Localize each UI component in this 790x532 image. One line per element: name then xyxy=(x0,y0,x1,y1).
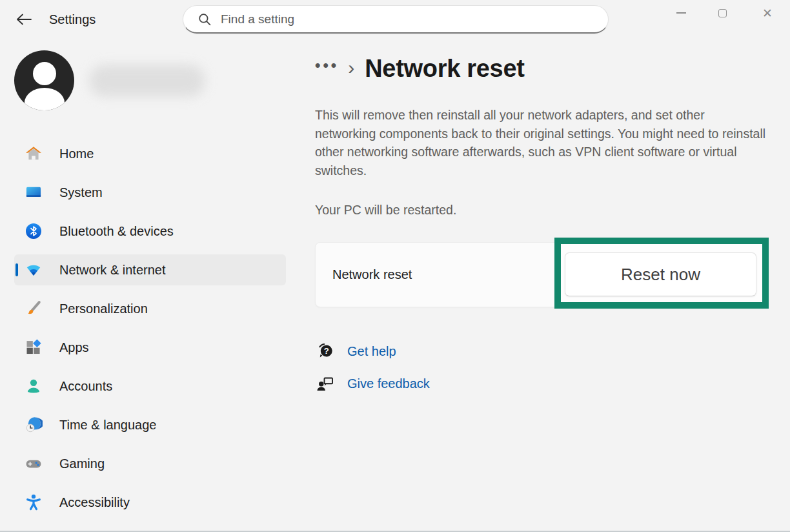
page-description: This will remove then reinstall all your… xyxy=(315,106,767,179)
give-feedback-link[interactable]: Give feedback xyxy=(315,373,430,394)
search-input[interactable] xyxy=(221,12,598,26)
sidebar-item-label: Apps xyxy=(59,340,89,355)
avatar-head-shape xyxy=(33,62,56,85)
apps-icon xyxy=(25,338,43,356)
page-title: Network reset xyxy=(365,55,524,83)
close-icon: ✕ xyxy=(762,6,773,21)
close-button[interactable]: ✕ xyxy=(756,3,778,23)
get-help-link[interactable]: ? Get help xyxy=(315,340,396,362)
sidebar-item-label: Bluetooth & devices xyxy=(59,224,174,239)
sidebar-item-bluetooth-devices[interactable]: Bluetooth & devices xyxy=(14,216,286,247)
breadcrumb: ••• › Network reset xyxy=(315,53,525,84)
sidebar-item-label: System xyxy=(59,185,103,200)
feedback-person-icon xyxy=(315,373,336,394)
sidebar-item-label: Network & internet xyxy=(59,263,166,278)
bluetooth-icon xyxy=(25,222,43,240)
help-bubble-icon: ? xyxy=(315,341,336,362)
sidebar-item-label: Accounts xyxy=(59,379,112,394)
sidebar-item-label: Personalization xyxy=(59,302,148,316)
personalization-icon xyxy=(25,300,43,318)
avatar-body-shape xyxy=(25,88,65,110)
restart-note: Your PC will be restarted. xyxy=(315,203,456,218)
accounts-icon xyxy=(25,377,43,395)
search-box[interactable] xyxy=(183,5,609,34)
minimize-button[interactable] xyxy=(670,3,692,23)
app-title: Settings xyxy=(49,12,96,27)
gaming-icon xyxy=(25,455,43,473)
sidebar-item-apps[interactable]: Apps xyxy=(14,332,286,363)
back-arrow-icon xyxy=(15,12,32,26)
settings-window: Settings ✕ Home xyxy=(0,0,790,532)
sidebar-item-time-language[interactable]: Time & language xyxy=(14,409,286,440)
sidebar-item-gaming[interactable]: Gaming xyxy=(14,448,286,479)
sidebar-item-label: Home xyxy=(59,147,94,161)
svg-text:?: ? xyxy=(324,346,329,356)
system-icon xyxy=(25,183,43,201)
user-name-redacted xyxy=(89,65,205,97)
sidebar-item-system[interactable]: System xyxy=(14,177,286,208)
wifi-icon xyxy=(25,261,43,279)
search-icon xyxy=(198,12,212,26)
sidebar-item-accessibility[interactable]: Accessibility xyxy=(14,487,286,518)
get-help-label: Get help xyxy=(347,344,396,359)
network-reset-card-label: Network reset xyxy=(332,267,412,282)
sidebar-item-accounts[interactable]: Accounts xyxy=(14,371,286,402)
time-language-icon xyxy=(25,416,43,434)
chevron-right-icon: › xyxy=(348,57,354,79)
breadcrumb-ellipsis-button[interactable]: ••• xyxy=(315,56,339,81)
reset-now-button[interactable]: Reset now xyxy=(565,252,756,296)
accessibility-icon xyxy=(25,493,43,511)
sidebar-item-home[interactable]: Home xyxy=(14,138,286,169)
give-feedback-label: Give feedback xyxy=(347,376,430,391)
sidebar-nav: Home System xyxy=(14,138,286,526)
home-icon xyxy=(25,145,43,163)
maximize-button[interactable] xyxy=(711,3,733,23)
user-avatar[interactable] xyxy=(14,50,74,110)
sidebar-item-personalization[interactable]: Personalization xyxy=(14,293,286,324)
minimize-icon xyxy=(676,12,686,14)
sidebar-item-label: Accessibility xyxy=(59,495,130,510)
back-button[interactable] xyxy=(14,10,34,29)
maximize-icon xyxy=(718,9,727,17)
sidebar-item-label: Gaming xyxy=(59,456,105,471)
sidebar-item-network-internet[interactable]: Network & internet xyxy=(14,254,286,285)
sidebar-item-label: Time & language xyxy=(59,418,156,433)
